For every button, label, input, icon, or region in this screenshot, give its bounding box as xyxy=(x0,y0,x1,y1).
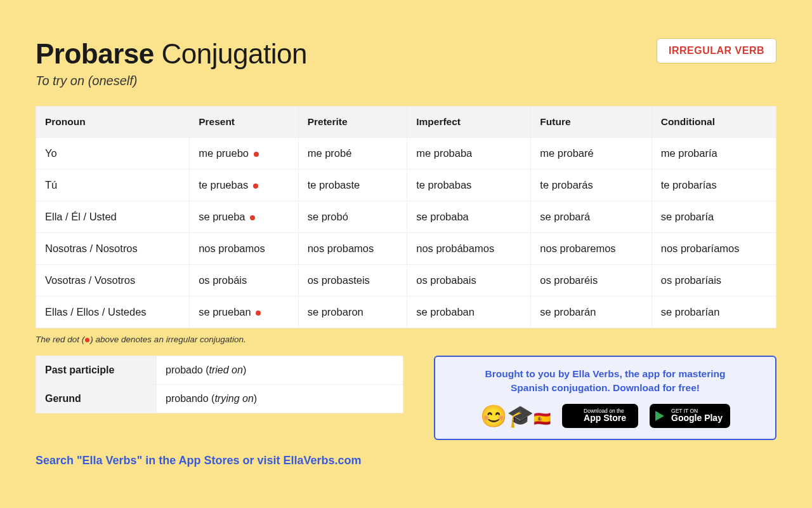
red-dot-icon xyxy=(85,338,89,342)
table-row: Túte pruebas te probastete probabaste pr… xyxy=(36,170,776,201)
col-preterite: Preterite xyxy=(298,107,407,138)
table-row: Ella / Él / Ustedse prueba se probóse pr… xyxy=(36,201,776,233)
table-row: Ellas / Ellos / Ustedesse prueban se pro… xyxy=(36,297,776,328)
google-play-icon xyxy=(655,411,664,421)
table-row: Yome pruebo me probéme probabame probaré… xyxy=(36,138,776,170)
google-play-button[interactable]: GET IT ON Google Play xyxy=(650,404,730,428)
gerund-label: Gerund xyxy=(36,385,157,413)
verb-translation: To try on (oneself) xyxy=(36,74,307,88)
red-dot-icon xyxy=(254,152,259,157)
mascot-icon: 😊🎓🇪🇸 xyxy=(480,403,551,429)
header: Probarse Conjugation To try on (oneself)… xyxy=(36,38,776,88)
verb-name: Probarse xyxy=(36,38,154,69)
table-row: Vosotras / Vosotrosos probáis os probast… xyxy=(36,265,776,297)
past-participle-label: Past participle xyxy=(36,356,157,385)
irregular-badge: IRREGULAR VERB xyxy=(657,38,776,64)
col-present: Present xyxy=(190,107,299,138)
title-block: Probarse Conjugation To try on (oneself) xyxy=(36,38,307,88)
irregular-note: The red dot () above denotes an irregula… xyxy=(36,335,776,344)
col-pronoun: Pronoun xyxy=(36,107,190,138)
page-title: Probarse Conjugation xyxy=(36,38,307,70)
promo-box: Brought to you by Ella Verbs, the app fo… xyxy=(434,356,776,440)
search-line: Search "Ella Verbs" in the App Stores or… xyxy=(36,454,776,467)
title-suffix: Conjugation xyxy=(162,38,307,69)
other-forms-table: Past participle probado (tried on) Gerun… xyxy=(36,356,403,413)
conjugation-table: PronounPresentPreteriteImperfectFutureCo… xyxy=(36,106,776,328)
table-row: Nosotras / Nosotrosnos probamos nos prob… xyxy=(36,233,776,265)
past-participle-value: probado (tried on) xyxy=(157,356,403,385)
promo-text: Brought to you by Ella Verbs, the app fo… xyxy=(447,367,764,396)
red-dot-icon xyxy=(256,311,261,316)
col-future: Future xyxy=(531,107,652,138)
red-dot-icon xyxy=(250,215,255,220)
col-imperfect: Imperfect xyxy=(407,107,531,138)
app-store-button[interactable]: Download on the App Store xyxy=(562,404,638,428)
col-conditional: Conditional xyxy=(652,107,776,138)
red-dot-icon xyxy=(253,184,258,189)
gerund-value: probando (trying on) xyxy=(157,385,403,413)
